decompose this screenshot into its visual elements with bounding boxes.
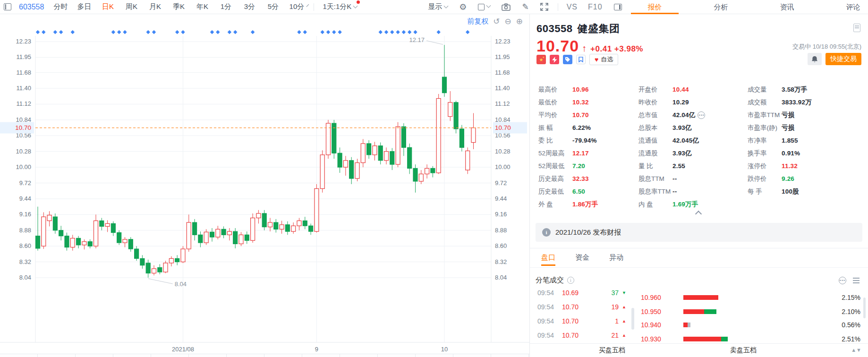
more-info-icon[interactable]: •••	[698, 111, 705, 119]
event-marker-icon[interactable]	[117, 30, 121, 34]
period-年K[interactable]: 年K	[190, 2, 214, 11]
period-日K[interactable]: 日K	[96, 2, 119, 11]
quick-trade-button[interactable]: 快捷交易	[825, 53, 861, 65]
updown-sort-icon[interactable]: ▲▼	[851, 347, 861, 353]
stat-cell: 流通值42.045亿	[638, 134, 748, 147]
tick-trade-row: 09:5410.701▲	[537, 315, 632, 327]
event-marker-icon[interactable]	[210, 30, 214, 34]
event-marker-icon[interactable]	[146, 30, 150, 34]
draw-pencil-icon[interactable]: ✎	[522, 2, 528, 12]
event-marker-icon[interactable]	[466, 30, 469, 34]
tab-报价[interactable]: 报价	[622, 0, 688, 14]
event-marker-icon[interactable]	[216, 30, 220, 34]
event-marker-icon[interactable]	[413, 30, 417, 34]
period-周K[interactable]: 周K	[119, 2, 143, 11]
scrollbar-thumb[interactable]	[863, 298, 866, 318]
event-marker-icon[interactable]	[379, 30, 383, 34]
zoom-out-icon[interactable]: ⊖	[505, 17, 511, 26]
event-marker-icon[interactable]	[402, 30, 406, 34]
period-3分[interactable]: 3分	[238, 2, 261, 11]
period-10分[interactable]: 10分	[285, 2, 308, 11]
event-marker-icon[interactable]	[36, 30, 40, 34]
annotation-line	[426, 41, 443, 44]
event-marker-icon[interactable]	[233, 30, 237, 34]
event-marker-icon[interactable]	[297, 30, 301, 34]
stock-code[interactable]: 603558	[19, 3, 44, 11]
event-marker-icon[interactable]	[408, 30, 411, 34]
sell-depth-label[interactable]: 卖盘五档	[730, 346, 757, 355]
event-marker-icon[interactable]	[111, 30, 115, 34]
event-marker-icon[interactable]	[321, 30, 324, 34]
event-marker-icon[interactable]	[228, 30, 231, 34]
info-icon[interactable]: i	[567, 277, 574, 284]
quote-panel-tabs: 报价分析资讯评论	[622, 0, 868, 14]
event-marker-icon[interactable]	[332, 30, 336, 34]
scrollbar-thumb[interactable]	[631, 308, 634, 330]
event-marker-icon[interactable]	[251, 30, 255, 34]
candle-body	[216, 229, 220, 237]
zoom-in-icon[interactable]: ⊕	[516, 17, 523, 26]
event-marker-icon[interactable]	[71, 30, 75, 34]
candle-body	[280, 225, 284, 230]
right-panel-toggle-icon[interactable]	[614, 4, 622, 10]
period-5分[interactable]: 5分	[261, 2, 285, 11]
event-marker-icon[interactable]	[53, 30, 57, 34]
company-profile-icon[interactable]	[853, 24, 860, 32]
event-marker-icon[interactable]	[123, 30, 127, 34]
event-marker-icon[interactable]	[338, 30, 341, 34]
period-combo[interactable]: 1天:1分K	[323, 2, 357, 11]
event-marker-icon[interactable]	[384, 30, 388, 34]
event-marker-icon[interactable]	[59, 30, 63, 34]
chart-style-icon[interactable]	[478, 4, 490, 10]
fullscreen-icon[interactable]	[540, 3, 548, 11]
period-分时[interactable]: 分时	[49, 2, 72, 11]
vs-compare-button[interactable]: VS	[567, 3, 578, 11]
period-季K[interactable]: 季K	[167, 2, 190, 11]
alert-bell-button[interactable]	[808, 53, 822, 65]
f10-button[interactable]: F10	[588, 3, 603, 11]
chart-timeline-strip[interactable]	[0, 354, 529, 357]
axis-label: 10.28	[16, 148, 31, 155]
reset-zoom-icon[interactable]: ↺	[493, 17, 500, 26]
price-up-arrow-icon: ↑	[582, 43, 587, 54]
event-marker-icon[interactable]	[326, 30, 330, 34]
event-marker-icon[interactable]	[437, 30, 441, 34]
display-menu[interactable]: 显示	[428, 2, 448, 11]
tab-评论[interactable]: 评论	[820, 0, 868, 14]
more-options-icon[interactable]: •••	[839, 277, 846, 284]
earnings-notice[interactable]: i 2021/10/26 发布财报	[536, 223, 862, 242]
event-marker-icon[interactable]	[175, 30, 179, 34]
add-favorite-button[interactable]: ♥ 自选	[589, 54, 618, 65]
bookmark-badge-icon[interactable]	[576, 55, 586, 64]
event-marker-icon[interactable]	[390, 30, 394, 34]
candle-body	[373, 146, 377, 155]
stat-label: 涨停价	[748, 162, 781, 170]
tab-资讯[interactable]: 资讯	[754, 0, 820, 14]
stat-label: 外 盘	[538, 200, 571, 209]
subtab-异动[interactable]: 异动	[609, 253, 623, 266]
label-tag-badge-icon[interactable]	[563, 55, 572, 64]
subtab-资金[interactable]: 资金	[575, 253, 589, 266]
candle-body	[309, 226, 313, 231]
tab-分析[interactable]: 分析	[688, 0, 754, 14]
collapse-stats-icon[interactable]	[695, 211, 702, 217]
candle-body	[367, 144, 371, 155]
event-marker-icon[interactable]	[42, 30, 45, 34]
list-view-icon[interactable]	[853, 278, 859, 283]
window-icon[interactable]	[4, 3, 11, 10]
lightning-badge-icon[interactable]	[550, 55, 559, 64]
buy-depth-label[interactable]: 买盘五档	[599, 346, 625, 355]
stat-label: 流通股	[638, 149, 672, 158]
event-marker-icon[interactable]	[181, 30, 185, 34]
period-1分[interactable]: 1分	[214, 2, 238, 11]
gear-icon[interactable]: ⚙	[459, 3, 467, 11]
event-marker-icon[interactable]	[152, 30, 156, 34]
kline-chart[interactable]: 12.2312.2311.9511.9511.6811.6811.4011.40…	[0, 14, 530, 357]
event-marker-icon[interactable]	[396, 30, 400, 34]
subtab-盘口[interactable]: 盘口	[541, 253, 555, 266]
period-月K[interactable]: 月K	[143, 2, 167, 11]
event-marker-icon[interactable]	[303, 30, 307, 34]
adjust-mode-button[interactable]: 前复权	[467, 17, 488, 26]
camera-icon[interactable]	[502, 3, 511, 11]
period-多日[interactable]: 多日	[72, 2, 96, 11]
